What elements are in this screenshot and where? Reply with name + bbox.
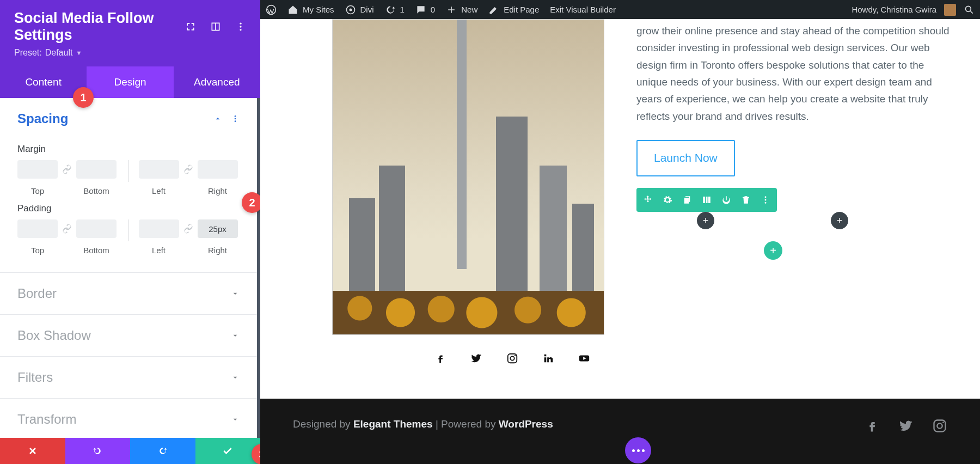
add-module-button[interactable]: + — [697, 212, 714, 229]
svg-point-0 — [240, 23, 241, 25]
dim-top-label: Top — [17, 186, 58, 196]
expand-icon[interactable] — [185, 21, 196, 32]
chevron-up-icon — [213, 114, 222, 123]
twitter-icon[interactable] — [470, 352, 482, 364]
margin-top-input[interactable] — [17, 160, 58, 179]
main-area: My Sites Divi 1 0 New Edit Page Exit Vis… — [260, 0, 980, 464]
chevron-down-icon — [231, 415, 240, 424]
svg-point-14 — [510, 356, 514, 360]
more-vertical-icon[interactable] — [235, 21, 246, 32]
chevron-down-icon — [231, 373, 240, 382]
link-icon[interactable] — [61, 223, 73, 235]
undo-button[interactable] — [65, 438, 131, 464]
sidebar-body: Spacing Margin — [0, 98, 260, 438]
save-button[interactable] — [195, 438, 261, 464]
link-icon[interactable] — [182, 163, 194, 175]
builder-fab[interactable] — [625, 437, 651, 463]
margin-bottom-input[interactable] — [76, 160, 117, 179]
trash-icon[interactable] — [741, 195, 751, 205]
section-filters-header[interactable]: Filters — [0, 357, 257, 398]
caret-down-icon: ▼ — [76, 50, 82, 56]
margin-label: Margin — [17, 144, 240, 155]
layout-icon[interactable] — [210, 21, 221, 32]
more-vertical-icon[interactable] — [761, 195, 770, 205]
instagram-icon[interactable] — [506, 352, 518, 364]
link-icon[interactable] — [182, 223, 194, 235]
chevron-down-icon — [231, 331, 240, 340]
svg-point-1 — [240, 26, 241, 27]
padding-top-input[interactable] — [17, 219, 58, 238]
dim-bottom-label: Bottom — [76, 186, 117, 196]
howdy-text[interactable]: Howdy, Christina Gwira — [852, 5, 936, 14]
svg-point-2 — [240, 29, 241, 30]
svg-point-8 — [349, 8, 352, 11]
section-boxshadow-header[interactable]: Box Shadow — [0, 315, 257, 356]
site-footer: Designed by Elegant Themes | Powered by … — [260, 399, 980, 464]
edit-page-link[interactable]: Edit Page — [488, 4, 539, 15]
instagram-icon[interactable] — [932, 418, 947, 434]
section-spacing-title: Spacing — [17, 111, 68, 126]
launch-button[interactable]: Launch Now — [636, 140, 735, 176]
theme-link[interactable]: Divi — [345, 4, 374, 15]
annotation-badge-2: 2 — [242, 192, 262, 213]
section-spacing: Spacing Margin — [0, 98, 257, 273]
youtube-icon[interactable] — [578, 352, 590, 364]
my-sites-link[interactable]: My Sites — [287, 4, 334, 15]
redo-button[interactable] — [130, 438, 195, 464]
updates-link[interactable]: 1 — [385, 4, 405, 15]
page-preview: grow their online presence and stay ahea… — [260, 19, 980, 464]
power-icon[interactable] — [721, 195, 731, 205]
link-icon[interactable] — [61, 163, 73, 175]
comments-link[interactable]: 0 — [415, 4, 435, 15]
duplicate-icon[interactable] — [682, 195, 692, 205]
svg-point-19 — [942, 422, 944, 423]
social-icons — [434, 352, 590, 364]
add-module-button[interactable]: + — [831, 212, 848, 229]
settings-tabs: Content Design Advanced — [0, 66, 260, 98]
section-more-icon[interactable] — [231, 114, 240, 123]
gear-icon[interactable] — [663, 195, 672, 205]
preset-value: Default — [45, 48, 73, 58]
settings-title: Social Media Follow Settings — [14, 10, 185, 44]
svg-point-12 — [765, 202, 767, 204]
facebook-icon[interactable] — [865, 418, 880, 434]
svg-point-9 — [965, 6, 971, 11]
svg-point-18 — [937, 423, 942, 428]
facebook-icon[interactable] — [434, 352, 446, 364]
body-copy: grow their online presence and stay ahea… — [636, 22, 951, 176]
settings-sidebar: Social Media Follow Settings Preset: Def… — [0, 0, 260, 464]
tab-advanced[interactable]: Advanced — [174, 66, 260, 98]
annotation-badge-1: 1 — [73, 87, 94, 108]
module-toolbar — [636, 188, 777, 212]
new-link[interactable]: New — [446, 4, 477, 15]
move-icon[interactable] — [643, 195, 653, 205]
padding-left-input[interactable] — [139, 219, 179, 238]
tab-design[interactable]: Design — [87, 66, 173, 98]
preset-selector[interactable]: Preset: Default ▼ — [14, 48, 246, 58]
search-icon[interactable] — [964, 4, 975, 15]
margin-right-input[interactable] — [198, 160, 238, 179]
linkedin-icon[interactable] — [542, 352, 554, 364]
footer-pre: Designed by — [293, 418, 353, 430]
svg-point-3 — [235, 115, 236, 117]
section-spacing-header[interactable]: Spacing — [0, 98, 257, 139]
dim-divider — [128, 160, 129, 182]
footer-brand[interactable]: Elegant Themes — [353, 418, 433, 430]
wp-logo-icon[interactable] — [266, 4, 277, 15]
add-row-button[interactable]: + — [764, 241, 782, 260]
dim-left-label: Left — [139, 186, 179, 196]
footer-wp[interactable]: WordPress — [499, 418, 553, 430]
preset-prefix: Preset: — [14, 48, 42, 58]
columns-icon[interactable] — [702, 195, 712, 205]
padding-right-input[interactable] — [198, 219, 238, 238]
padding-bottom-input[interactable] — [76, 219, 117, 238]
margin-left-input[interactable] — [139, 160, 179, 179]
footer-mid: | Powered by — [433, 418, 499, 430]
dim-right-label: Right — [198, 186, 238, 196]
avatar[interactable] — [944, 4, 956, 16]
section-transform-header[interactable]: Transform — [0, 399, 257, 438]
twitter-icon[interactable] — [898, 418, 914, 434]
exit-visual-builder-link[interactable]: Exit Visual Builder — [550, 5, 616, 14]
section-border-header[interactable]: Border — [0, 273, 257, 314]
cancel-button[interactable] — [0, 438, 65, 464]
